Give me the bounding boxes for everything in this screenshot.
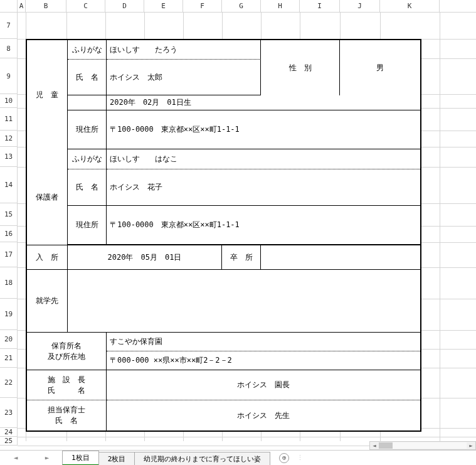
add-sheet-button[interactable]: ⊕ (279, 453, 289, 463)
select-all-corner[interactable] (0, 0, 18, 12)
row-header[interactable]: 14 (0, 167, 18, 203)
tab-nav-buttons[interactable]: ◄ ► (0, 454, 63, 462)
facility-name[interactable]: すこやか保育園 (107, 333, 420, 351)
row-header[interactable]: 24 (0, 428, 18, 437)
column-headers: ABCDEFGHIJK (0, 0, 476, 13)
row-header[interactable]: 22 (0, 368, 18, 398)
school-value[interactable] (68, 270, 420, 333)
column-header[interactable]: G (222, 0, 261, 12)
gender-label: 性 別 (261, 40, 340, 95)
column-header[interactable]: K (380, 0, 440, 12)
row-header[interactable]: 17 (0, 242, 18, 267)
facility-teacher-label: 担当保育士 氏 名 (27, 400, 107, 430)
tab-next-icon[interactable]: ► (45, 454, 50, 462)
form-table: 児 童 ふりがな ほいしす たろう 性 別 男 氏 名 ホイシス 太郎 2020… (26, 39, 421, 432)
facility-name-label: 保育所名 及び所在地 (27, 333, 107, 370)
section-label-child: 児 童 (27, 40, 68, 149)
school-label: 就学先 (27, 270, 68, 333)
row-header[interactable]: 19 (0, 299, 18, 330)
row-header[interactable]: 12 (0, 131, 18, 147)
address-label: 現住所 (68, 110, 107, 149)
column-header[interactable]: B (26, 0, 66, 12)
column-header[interactable]: F (183, 0, 222, 12)
child-name[interactable]: ホイシス 太郎 (107, 60, 261, 95)
column-header[interactable]: H (261, 0, 300, 12)
child-furigana[interactable]: ほいしす たろう (107, 40, 261, 60)
column-header[interactable]: E (144, 0, 183, 12)
sheet-tab[interactable]: 幼児期の終わりまでに育ってほしい姿 (134, 452, 270, 466)
column-header[interactable]: A (18, 0, 26, 12)
guardian-address[interactable]: 〒100-0000 東京都××区××町1-1-1 (107, 206, 420, 245)
facility-teacher-name[interactable]: ホイシス 先生 (107, 400, 420, 430)
sheet-tab[interactable]: 2枚目 (98, 452, 135, 466)
row-header[interactable]: 8 (0, 39, 18, 58)
dob-label-empty (68, 95, 107, 110)
row-header[interactable]: 11 (0, 108, 18, 131)
enroll-in-label: 入 所 (27, 245, 68, 270)
g-name-label: 氏 名 (68, 169, 107, 206)
scroll-right-icon[interactable]: ► (467, 442, 475, 449)
furigana-label: ふりがな (68, 40, 107, 60)
row-header[interactable]: 10 (0, 94, 18, 108)
sheet-tab[interactable]: 1枚目 (62, 451, 99, 466)
row-header[interactable]: 9 (0, 58, 18, 94)
row-header[interactable]: 20 (0, 330, 18, 349)
row-header[interactable]: 15 (0, 203, 18, 226)
row-header[interactable]: 25 (0, 437, 18, 446)
column-header[interactable]: J (340, 0, 380, 12)
tabbar-separator: ⋮ (297, 454, 304, 462)
horizontal-scrollbar[interactable]: ◄ ► (369, 441, 476, 450)
tab-first-icon[interactable]: ◄ (14, 454, 18, 462)
child-address[interactable]: 〒100-0000 東京都××区××町1-1-1 (107, 110, 420, 149)
name-label: 氏 名 (68, 60, 107, 95)
facility-address[interactable]: 〒000-000 ××県××市××町2－2－2 (107, 351, 420, 370)
guardian-furigana[interactable]: ほいしす はなこ (107, 149, 420, 169)
column-header[interactable]: I (300, 0, 340, 12)
scroll-left-icon[interactable]: ◄ (370, 442, 379, 449)
enroll-out-date[interactable] (261, 245, 420, 270)
g-furigana-label: ふりがな (68, 149, 107, 169)
row-header[interactable]: 23 (0, 398, 18, 428)
enroll-out-label: 卒 所 (222, 245, 261, 270)
facility-head-label: 施 設 長 氏 名 (27, 370, 107, 400)
row-header[interactable]: 16 (0, 226, 18, 242)
facility-head-name[interactable]: ホイシス 園長 (107, 370, 420, 400)
sheet-tab-bar: ◄ ► 1枚目2枚目幼児期の終わりまでに育ってほしい姿⊕ ⋮ (0, 450, 476, 465)
row-header[interactable]: 21 (0, 349, 18, 368)
child-dob[interactable]: 2020年 02月 01日生 (107, 95, 420, 110)
row-header[interactable]: 18 (0, 267, 18, 299)
section-label-guardian: 保護者 (27, 149, 68, 245)
column-header[interactable]: D (105, 0, 144, 12)
row-header[interactable]: 13 (0, 147, 18, 167)
g-address-label: 現住所 (68, 206, 107, 245)
row-headers: 78910111213141516171819202122232425 (0, 13, 18, 446)
column-header[interactable]: C (66, 0, 105, 12)
enroll-in-date[interactable]: 2020年 05月 01日 (68, 245, 222, 270)
gender-value[interactable]: 男 (340, 40, 420, 95)
row-header[interactable]: 7 (0, 13, 18, 39)
guardian-name[interactable]: ホイシス 花子 (107, 169, 420, 206)
